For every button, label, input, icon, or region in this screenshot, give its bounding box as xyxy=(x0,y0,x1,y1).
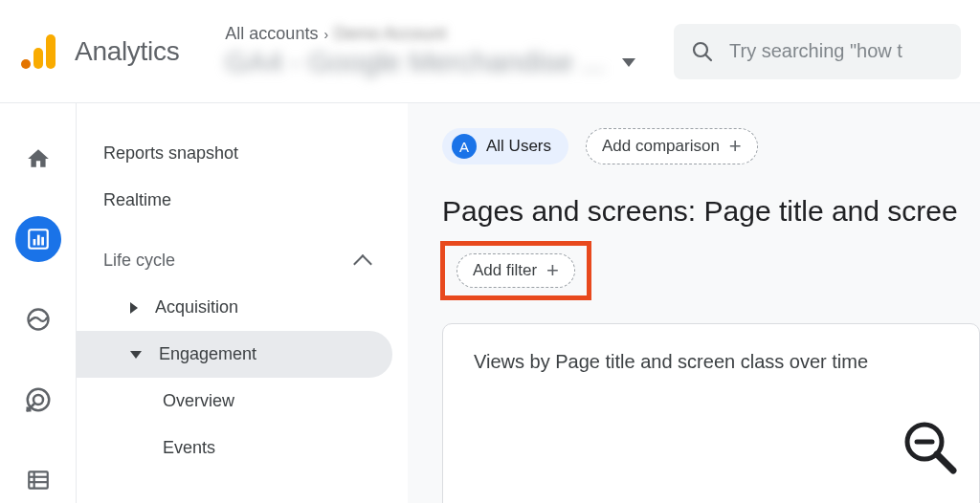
add-filter-highlight: Add filter + xyxy=(440,241,591,300)
main-content: A All Users Add comparison + Pages and s… xyxy=(408,103,980,503)
logo-section: Analytics xyxy=(19,31,179,73)
svg-rect-1 xyxy=(33,48,43,69)
svg-line-4 xyxy=(705,55,711,60)
caret-down-icon[interactable] xyxy=(622,58,635,67)
search-icon xyxy=(691,40,714,63)
analytics-logo-icon xyxy=(19,31,61,73)
svg-rect-6 xyxy=(33,239,35,246)
rail-advertising-icon[interactable] xyxy=(15,377,61,423)
zoom-out-icon[interactable] xyxy=(900,417,959,476)
rail-reports-icon[interactable] xyxy=(15,216,61,262)
sidebar-item-snapshot[interactable]: Reports snapshot xyxy=(77,130,408,177)
rail-explore-icon[interactable] xyxy=(15,296,61,342)
add-filter-button[interactable]: Add filter + xyxy=(457,253,575,288)
property-name: GA4 - Google Merchandise ... xyxy=(225,46,605,78)
reports-sidebar: Reports snapshot Realtime Life cycle Acq… xyxy=(77,103,408,503)
svg-rect-8 xyxy=(41,237,44,246)
breadcrumb-account: Demo Account xyxy=(334,24,446,44)
app-header: Analytics All accounts › Demo Account GA… xyxy=(0,0,980,103)
brand-name: Analytics xyxy=(75,36,179,67)
svg-rect-0 xyxy=(46,34,56,69)
sidebar-section-lifecycle[interactable]: Life cycle xyxy=(77,237,408,284)
svg-point-2 xyxy=(21,59,31,69)
chip-all-users[interactable]: A All Users xyxy=(442,128,568,164)
svg-rect-7 xyxy=(36,235,39,246)
rail-configure-icon[interactable] xyxy=(15,457,61,503)
search-placeholder: Try searching "how t xyxy=(729,40,902,62)
nav-rail xyxy=(0,103,77,503)
sidebar-subitem-overview[interactable]: Overview xyxy=(77,378,408,425)
account-breadcrumb[interactable]: All accounts › Demo Account GA4 - Google… xyxy=(225,24,664,78)
page-title: Pages and screens: Page title and scree xyxy=(442,195,980,228)
chevron-up-icon xyxy=(353,254,372,273)
sidebar-subitem-events[interactable]: Events xyxy=(77,425,408,471)
svg-rect-12 xyxy=(29,471,48,488)
sidebar-item-realtime[interactable]: Realtime xyxy=(77,177,408,224)
breadcrumb-root: All accounts xyxy=(225,24,318,44)
sidebar-item-engagement[interactable]: Engagement xyxy=(77,331,392,378)
comparison-chips: A All Users Add comparison + xyxy=(442,128,980,164)
plus-icon: + xyxy=(729,134,742,159)
chevron-right-icon: › xyxy=(323,27,328,42)
triangle-right-icon xyxy=(130,302,138,314)
segment-badge-icon: A xyxy=(452,134,477,159)
plus-icon: + xyxy=(546,258,559,283)
svg-line-18 xyxy=(937,454,953,470)
chart-card-title: Views by Page title and screen class ove… xyxy=(474,351,948,373)
add-comparison-button[interactable]: Add comparison + xyxy=(586,128,758,164)
sidebar-item-acquisition[interactable]: Acquisition xyxy=(77,284,408,331)
triangle-down-icon xyxy=(130,351,142,359)
search-input[interactable]: Try searching "how t xyxy=(674,24,961,79)
rail-home-icon[interactable] xyxy=(15,136,61,182)
